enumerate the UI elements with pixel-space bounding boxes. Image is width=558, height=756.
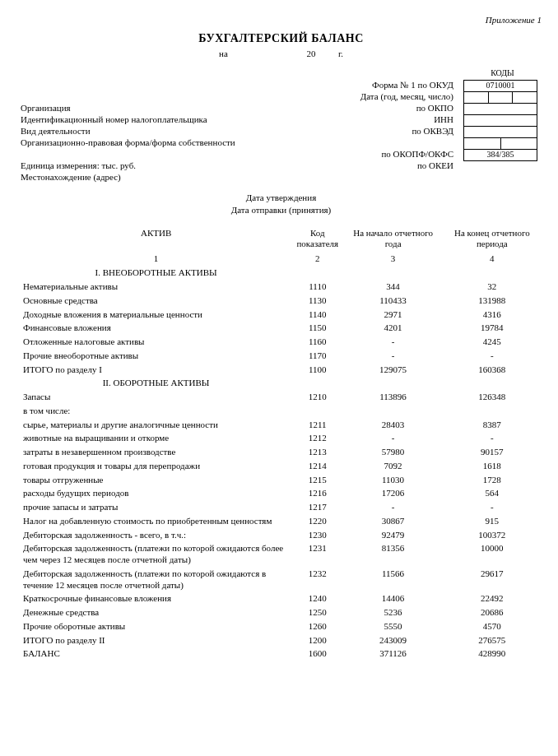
org-label: Организация — [21, 103, 71, 114]
activity-label: Вид деятельности — [21, 126, 91, 137]
row-code: 1260 — [291, 619, 343, 633]
row-code: 1212 — [291, 432, 343, 446]
row-name: Краткосрочные финансовые вложения — [21, 592, 291, 606]
row-code: 1200 — [291, 633, 343, 647]
inn-label: Идентификационный номер налогоплательщик… — [21, 114, 207, 126]
col-end: На конец отчетного периода — [443, 226, 542, 253]
row-v2: 126348 — [443, 391, 542, 405]
row-name: Дебиторская задолженность (платежи по ко… — [21, 567, 291, 592]
row-code: 1217 — [291, 501, 343, 515]
row-name: Денежные средства — [21, 606, 291, 620]
row-v2: 160368 — [443, 363, 542, 377]
row-v1: 11566 — [343, 567, 442, 592]
row-name: затраты в незавершенном производстве — [21, 446, 291, 460]
row-code: 1250 — [291, 606, 343, 620]
row-v1: - — [343, 336, 442, 350]
row-code: 1100 — [291, 363, 343, 377]
row-v1: 113896 — [343, 391, 442, 405]
row-code: 1240 — [291, 592, 343, 606]
approval-dates: Дата утверждения Дата отправки (принятия… — [21, 192, 542, 216]
box-okpo — [464, 103, 537, 114]
row-v1: 30867 — [343, 514, 442, 528]
row-v1: 4201 — [343, 322, 442, 336]
row-code: 1110 — [291, 281, 343, 295]
balance-table: АКТИВ Код показателя На начало отчетного… — [21, 226, 542, 661]
row-v2: - — [443, 432, 542, 446]
row-name: Основные средства — [21, 294, 291, 308]
page-title: БУХГАЛТЕРСКИЙ БАЛАНС — [21, 31, 542, 46]
row-v2: 8387 — [443, 418, 542, 432]
section-title: II. ОБОРОТНЫЕ АКТИВЫ — [21, 377, 291, 391]
row-code: 1600 — [291, 647, 343, 661]
row-v2: 915 — [443, 514, 542, 528]
date-year-prefix: 20 — [306, 49, 315, 58]
address-label: Местонахождение (адрес) — [21, 172, 121, 183]
code-box-table: 0710001 384/385 — [463, 80, 537, 161]
row-code: 1160 — [291, 336, 343, 350]
row-v1: 5236 — [343, 606, 442, 620]
approval-date-label: Дата утверждения — [21, 192, 542, 204]
row-code: 1211 — [291, 418, 343, 432]
box-okved — [464, 126, 537, 137]
attachment-label: Приложение 1 — [21, 15, 542, 26]
col-aktiv: АКТИВ — [21, 226, 291, 253]
row-name: Запасы — [21, 391, 291, 405]
row-v2: 20686 — [443, 606, 542, 620]
form-own-label: Организационно-правовая форма/форма собс… — [21, 137, 235, 149]
row-v1: 7092 — [343, 459, 442, 473]
coln-4: 4 — [443, 252, 542, 267]
row-v2: 4570 — [443, 619, 542, 633]
okei-label: по ОКЕИ — [417, 160, 457, 172]
row-name: Нематериальные активы — [21, 281, 291, 295]
row-name: Отложенные налоговые активы — [21, 336, 291, 350]
form-okud-label: Форма № 1 по ОКУД — [372, 80, 457, 91]
row-code: 1213 — [291, 446, 343, 460]
row-name: ИТОГО по разделу II — [21, 633, 291, 647]
row-name: сырье, материалы и другие аналогичные це… — [21, 418, 291, 432]
okpo-label: по ОКПО — [416, 103, 457, 114]
row-name: расходы будущих периодов — [21, 487, 291, 501]
row-v2: 564 — [443, 487, 542, 501]
row-v1: 243009 — [343, 633, 442, 647]
col-start: На начало отчетного года — [343, 226, 442, 253]
row-v2: - — [443, 349, 542, 363]
coln-1: 1 — [21, 252, 291, 267]
row-code: 1232 — [291, 567, 343, 592]
row-name: БАЛАНС — [21, 647, 291, 661]
row-v1: 344 — [343, 281, 442, 295]
kody-label: КОДЫ — [463, 68, 542, 79]
row-v1: - — [343, 501, 442, 515]
row-v1: 57980 — [343, 446, 442, 460]
row-v1: 14406 — [343, 592, 442, 606]
row-name: прочие запасы и затраты — [21, 501, 291, 515]
coln-3: 3 — [343, 252, 442, 267]
row-v2: 10000 — [443, 542, 542, 568]
row-v1: 110433 — [343, 294, 442, 308]
row-v2: 32 — [443, 281, 542, 295]
row-code: 1216 — [291, 487, 343, 501]
row-v1: 28403 — [343, 418, 442, 432]
row-name: Дебиторская задолженность (платежи по ко… — [21, 542, 291, 568]
row-name: в том числе: — [21, 404, 291, 418]
row-code: 1130 — [291, 294, 343, 308]
row-name: Дебиторская задолженность - всего, в т.ч… — [21, 528, 291, 542]
unit-label: Единица измерения: тыс. руб. — [21, 160, 136, 172]
row-name: Прочие внеоборотные активы — [21, 349, 291, 363]
row-v2: - — [443, 501, 542, 515]
row-code: 1170 — [291, 349, 343, 363]
section-title: I. ВНЕОБОРОТНЫЕ АКТИВЫ — [21, 267, 291, 281]
okopf-label: по ОКОПФ/ОКФС — [381, 149, 457, 160]
row-v1: 2971 — [343, 308, 442, 322]
row-v2: 22492 — [443, 592, 542, 606]
row-code: 1140 — [291, 308, 343, 322]
row-v1: 11030 — [343, 473, 442, 487]
row-v1: 92479 — [343, 528, 442, 542]
row-code: 1231 — [291, 542, 343, 568]
row-v2: 100372 — [443, 528, 542, 542]
row-name: готовая продукция и товары для перепрода… — [21, 459, 291, 473]
row-v2: 29617 — [443, 567, 542, 592]
row-v2: 428990 — [443, 647, 542, 661]
row-v1: 129075 — [343, 363, 442, 377]
box-inn — [464, 114, 537, 126]
send-date-label: Дата отправки (принятия) — [21, 204, 542, 216]
